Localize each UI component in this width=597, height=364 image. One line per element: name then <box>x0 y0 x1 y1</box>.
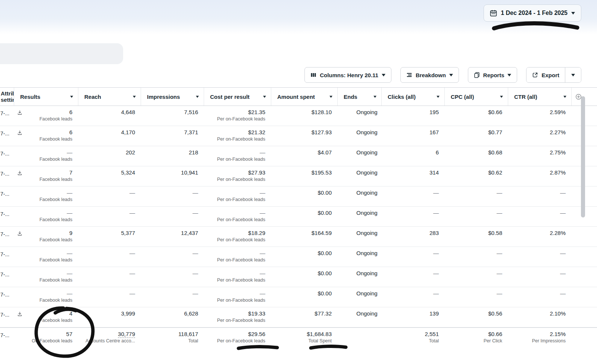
totals-spacer-cell <box>572 328 597 364</box>
clicks-value: 195 <box>382 109 439 115</box>
column-header-impressions[interactable]: Impressions <box>141 88 204 106</box>
attribution-header-line2: settings <box>1 97 14 103</box>
column-header-label: Impressions <box>147 94 180 100</box>
clicks-cell: — <box>382 186 445 206</box>
column-header-ctr[interactable]: CTR (all) <box>508 88 572 106</box>
ctr-value: — <box>508 290 566 296</box>
table-row[interactable]: 7-... 7 Facebook leads 5,324 10,941 $27.… <box>0 166 597 186</box>
table-row[interactable]: 7-... 4 Facebook leads 3,999 6,628 $19.3… <box>0 307 597 327</box>
row-spacer-cell <box>572 247 597 267</box>
cpc-cell: $0.58 <box>445 227 508 247</box>
column-header-attribution[interactable]: Attribution settings <box>0 88 14 106</box>
cpr-value: $21.35 <box>204 109 265 115</box>
spent-cell: $77.32 <box>271 307 338 327</box>
reach-cell: 202 <box>78 146 141 166</box>
attribution-cell: 7-... <box>0 106 14 126</box>
column-header-clicks[interactable]: Clicks (all) <box>382 88 445 106</box>
ends-cell: Ongoing <box>338 227 382 247</box>
cpc-value: $0.68 <box>445 149 502 156</box>
totals-row[interactable]: 7-... 57 On-Facebook leads 30,779 Accoun… <box>0 327 597 364</box>
column-header-results[interactable]: Results <box>14 88 78 106</box>
cpr-sublabel: Per on-Facebook leads <box>204 257 265 263</box>
export-caret-button[interactable] <box>565 68 581 82</box>
reports-icon <box>474 72 480 78</box>
cpc-value: $0.58 <box>445 230 502 236</box>
table-row[interactable]: 7-... — Facebook leads 202 218 — Per on-… <box>0 146 597 166</box>
cpc-value: — <box>445 210 502 216</box>
spent-value: $0.00 <box>271 290 332 296</box>
column-header-label: Amount spent <box>277 94 315 100</box>
table-row[interactable]: 7-... — Facebook leads — — — Per on-Face… <box>0 287 597 307</box>
column-header-amount-spent[interactable]: Amount spent <box>271 88 338 106</box>
table-row[interactable]: 7-... — Facebook leads — — — Per on-Face… <box>0 186 597 207</box>
download-icon[interactable] <box>17 130 22 136</box>
campaign-tab[interactable] <box>0 43 123 64</box>
column-header-reach[interactable]: Reach <box>78 88 141 106</box>
attribution-text: 7-... <box>0 171 9 177</box>
spent-cell: $164.59 <box>271 227 338 247</box>
reach-value: 4,170 <box>78 129 135 135</box>
impressions-cell: — <box>141 267 204 287</box>
ctr-cell: — <box>508 207 572 226</box>
table-header: Attribution settings Results Reach Impre… <box>0 87 597 106</box>
download-icon[interactable] <box>17 311 22 318</box>
cpr-value: $19.33 <box>204 310 265 317</box>
spent-cell: $127.93 <box>271 126 338 146</box>
spent-value: $4.07 <box>271 149 332 156</box>
impressions-value: 10,941 <box>141 169 198 176</box>
table-row[interactable]: 7-... 9 Facebook leads 5,377 12,437 $18.… <box>0 227 597 247</box>
table-row[interactable]: 7-... — Facebook leads — — — Per on-Face… <box>0 267 597 287</box>
column-header-ends[interactable]: Ends <box>338 88 382 106</box>
ctr-cell: — <box>508 247 572 267</box>
download-icon[interactable] <box>17 170 22 177</box>
results-cell: — Facebook leads <box>14 207 78 226</box>
vertical-scrollbar[interactable] <box>581 96 585 217</box>
totals-clicks-value: 2,551 <box>382 331 439 337</box>
results-sublabel: Facebook leads <box>14 197 72 202</box>
ends-value: Ongoing <box>356 169 382 176</box>
totals-ctr-value: 2.15% <box>508 331 566 337</box>
cpr-cell: — Per on-Facebook leads <box>204 207 271 226</box>
impressions-cell: — <box>141 287 204 307</box>
columns-button[interactable]: Columns: Henry 20.11 <box>304 67 391 83</box>
results-cell: — Facebook leads <box>14 287 78 307</box>
clicks-value: 139 <box>382 310 439 317</box>
download-icon[interactable] <box>17 231 22 237</box>
table-row[interactable]: 7-... 6 Facebook leads 4,648 7,516 $21.3… <box>0 106 597 126</box>
results-cell: 6 Facebook leads <box>14 106 78 126</box>
table-row[interactable]: 7-... 6 Facebook leads 4,170 7,371 $21.3… <box>0 126 597 146</box>
export-button[interactable]: Export <box>526 68 565 82</box>
ctr-value: — <box>508 210 566 216</box>
cpc-value: $0.77 <box>445 129 502 135</box>
ctr-cell: 2.75% <box>508 146 572 166</box>
download-icon[interactable] <box>17 110 22 116</box>
results-value: — <box>14 290 72 296</box>
export-button-group: Export <box>526 67 581 83</box>
cpr-value: — <box>204 290 265 296</box>
chevron-down-icon <box>571 12 575 15</box>
results-cell: — Facebook leads <box>14 247 78 267</box>
column-header-label: Ends <box>344 94 357 100</box>
results-sublabel: Facebook leads <box>14 277 72 283</box>
totals-cpr-sublabel: Per on-Facebook leads <box>204 338 265 343</box>
date-range-picker[interactable]: 1 Dec 2024 - 1 Feb 2025 <box>484 4 581 22</box>
cpc-cell: $0.66 <box>445 106 508 126</box>
impressions-value: — <box>141 210 198 216</box>
cpc-value: $0.66 <box>445 109 502 115</box>
reports-button[interactable]: Reports <box>468 67 518 83</box>
ends-value: Ongoing <box>356 109 382 115</box>
breakdown-button[interactable]: Breakdown <box>400 67 459 83</box>
table-row[interactable]: 7-... — Facebook leads — — — Per on-Face… <box>0 207 597 227</box>
totals-impressions-value: 118,617 <box>141 331 198 337</box>
totals-ctr-cell: 2.15% Per Impressions <box>508 328 572 364</box>
spent-cell: $0.00 <box>271 207 338 226</box>
spent-cell: $0.00 <box>271 247 338 267</box>
spent-value: $0.00 <box>271 250 332 256</box>
totals-results-value: 57 <box>14 331 72 337</box>
attribution-text: 7-... <box>0 292 9 298</box>
ends-cell: Ongoing <box>338 106 382 126</box>
table-row[interactable]: 7-... — Facebook leads — — — Per on-Face… <box>0 247 597 267</box>
spent-cell: $4.07 <box>271 146 338 166</box>
column-header-cpc[interactable]: CPC (all) <box>445 88 508 106</box>
column-header-cost-per-result[interactable]: Cost per result <box>204 88 271 106</box>
